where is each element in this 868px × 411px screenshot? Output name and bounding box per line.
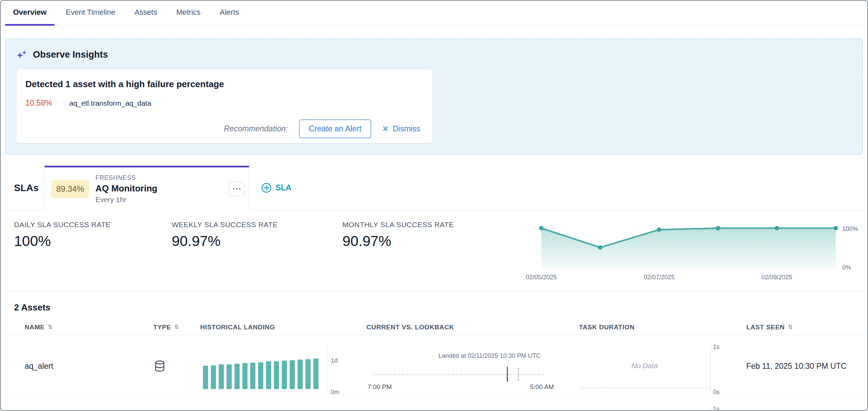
x-tick-label: 02/05/2025 [526,274,557,281]
insight-heading: Detected 1 asset with a high failure per… [25,79,420,90]
tab-assets[interactable]: Assets [126,1,165,26]
weekly-success-stat: WEEKLY SLA SUCCESS RATE 90.97% [172,210,342,291]
y-axis-min-label: 0s [713,389,720,396]
sparkle-icon [16,49,27,60]
sla-tab-aq-monitoring[interactable]: 89.34% FRESHNESS AQ Monitoring Every 1hr… [45,166,249,210]
asset-type-cell [143,335,190,397]
last-seen-cell: Feb 11, 2025 10:30 PM UTC [736,335,854,397]
y-axis-line [327,345,327,391]
column-header-current-vs-lookback: CURRENT VS. LOOKBACK [356,324,568,331]
tab-alerts[interactable]: Alerts [212,1,247,26]
failure-percentage: 10.58% [25,98,52,108]
landing-bar [203,366,208,389]
column-label: HISTORICAL LANDING [200,324,275,331]
create-alert-button[interactable]: Create an Alert [299,119,371,138]
top-tabbar: Overview Event Timeline Assets Metrics A… [1,1,867,26]
insights-header: Observe Insights [16,49,862,60]
tab-event-timeline[interactable]: Event Timeline [58,1,123,26]
task-duration-cell: No Data 1s 0s [568,335,736,397]
y-axis-max-label: 100% [842,225,858,233]
asset-type-cell [143,397,190,411]
landing-bar [305,359,311,389]
sla-success-chart: 100% 0% 02/05/2025 02/07/2025 02/09/2025 [530,210,868,291]
insight-detail: 10.58% aq_etl.transform_aq_data [25,98,420,108]
landing-bar [227,364,232,389]
observe-insights-panel: Observe Insights Detected 1 asset with a… [5,38,863,155]
dismiss-label: Dismiss [393,124,421,133]
tab-overview[interactable]: Overview [5,1,55,26]
landing-bar [274,361,279,389]
sla-schedule: Every 1hr [95,196,157,204]
insight-asset-name: aq_etl.transform_aq_data [69,99,151,107]
expected-marker [518,368,519,380]
sla-menu-button[interactable]: ⋯ [229,181,245,196]
asset-name-cell [14,397,143,411]
stat-value: 100% [14,233,172,249]
sort-icon: ⇅ [788,324,793,331]
sort-icon: ⇅ [174,324,179,331]
landing-bar [313,359,318,389]
historical-landing-bars [203,347,322,389]
monthly-success-stat: MONTHLY SLA SUCCESS RATE 90.97% [342,210,517,291]
assets-section: 2 Assets NAME ⇅ TYPE ⇅ HISTORICAL LANDIN… [1,291,867,411]
column-label: TASK DURATION [579,324,635,331]
column-label: LAST SEEN [746,324,785,331]
landing-bar [258,362,263,389]
column-label: CURRENT VS. LOOKBACK [366,324,454,331]
landing-bar [290,360,295,389]
asset-name-cell: aq_alert [14,335,143,397]
sla-stats-row: DAILY SLA SUCCESS RATE 100% WEEKLY SLA S… [1,210,867,291]
landing-bar [234,364,240,389]
last-seen-cell [736,397,854,411]
y-axis-line [710,345,711,391]
sla-name: AQ Monitoring [95,183,157,194]
current-vs-lookback-cell: Landed at 02/11/2025 10:30 PM UTC 7:00 P… [356,335,568,397]
y-axis-line [710,408,711,411]
sla-tabs-row: SLAs 89.34% FRESHNESS AQ Monitoring Ever… [1,166,867,210]
landed-marker [507,367,508,382]
landing-bar [242,363,248,389]
landing-bar [250,363,255,389]
sort-icon: ⇅ [48,324,53,331]
tab-metrics[interactable]: Metrics [168,1,208,26]
x-tick-label: 02/07/2025 [644,274,675,281]
table-row[interactable]: aq_alert 1d 0m Landed at 02/11/2025 10:3… [1,335,867,397]
table-row[interactable]: 1s [1,397,867,411]
landing-bar [282,361,287,389]
current-vs-lookback-cell [356,397,568,411]
column-header-type[interactable]: TYPE ⇅ [143,324,190,331]
y-axis-min-label: 0% [842,264,851,271]
daily-success-stat: DAILY SLA SUCCESS RATE 100% [1,210,172,291]
column-label: TYPE [153,324,171,331]
stat-value: 90.97% [342,233,517,249]
plus-circle-icon [261,183,272,193]
landing-bar [298,360,303,389]
ellipsis-icon: ⋯ [232,184,241,193]
dismiss-button[interactable]: ✕ Dismiss [382,124,420,133]
insight-card: Detected 1 asset with a high failure per… [16,69,433,143]
stat-value: 90.97% [172,233,342,249]
y-axis-min-label: 0m [331,389,339,396]
stat-label: WEEKLY SLA SUCCESS RATE [172,221,342,229]
task-duration-plot: No Data [579,344,710,388]
stat-label: DAILY SLA SUCCESS RATE [14,221,172,229]
tick-marks [374,373,545,376]
stat-label: MONTHLY SLA SUCCESS RATE [342,221,517,229]
sla-success-badge: 89.34% [51,180,89,198]
add-sla-button[interactable]: SLA [261,166,291,210]
column-header-last-seen[interactable]: LAST SEEN ⇅ [736,324,854,331]
column-header-name[interactable]: NAME ⇅ [14,324,143,331]
column-header-historical-landing: HISTORICAL LANDING [190,324,356,331]
landing-bar [211,365,216,389]
close-icon: ✕ [382,125,388,133]
y-axis-max-label: 1s [713,343,720,351]
x-tick-label: 02/09/2025 [761,274,792,281]
observe-dashboard: Overview Event Timeline Assets Metrics A… [0,0,868,411]
column-label: NAME [25,324,45,331]
lookback-track [374,374,545,375]
y-axis-max-label: 1d [331,357,338,364]
assets-table-header: NAME ⇅ TYPE ⇅ HISTORICAL LANDING CURRENT… [1,319,867,335]
historical-landing-cell: 1d 0m [190,335,356,397]
assets-count: 2 Assets [14,302,867,313]
sla-type-label: FRESHNESS [95,174,157,181]
